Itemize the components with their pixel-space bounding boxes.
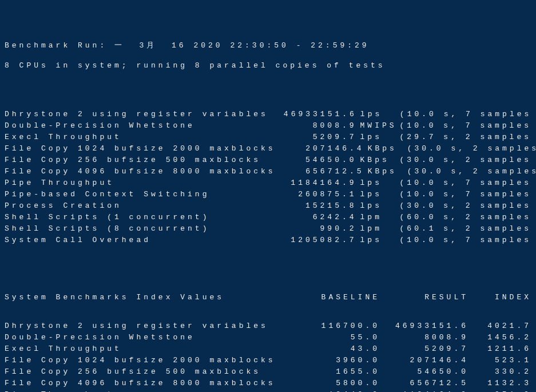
test-unit: lps bbox=[357, 189, 400, 200]
test-row: Double-Precision Whetstone8008.9MWIPS(10… bbox=[5, 120, 531, 132]
test-value: 990.2 bbox=[268, 223, 357, 235]
index-row: Dhrystone 2 using register variables1167… bbox=[5, 320, 531, 332]
index-test-name: Execl Throughput bbox=[5, 343, 122, 355]
test-name: File Copy 256 bufsize 500 maxblocks bbox=[5, 155, 261, 166]
index-baseline: 12440.0 bbox=[311, 389, 380, 392]
test-duration: (29.7 s, 2 samples bbox=[400, 132, 531, 143]
index-row: Execl Throughput43.05209.71211.6 bbox=[5, 343, 531, 355]
index-header-title: System Benchmarks Index Values bbox=[5, 292, 224, 303]
test-row: Dhrystone 2 using register variables4693… bbox=[5, 109, 531, 120]
test-results-section: Dhrystone 2 using register variables4693… bbox=[5, 109, 531, 246]
index-value: 4021.7 bbox=[468, 320, 531, 332]
test-duration: (60.0 s, 2 samples bbox=[400, 212, 531, 223]
index-header-baseline: BASELINE bbox=[311, 292, 380, 303]
test-unit: lpm bbox=[357, 212, 400, 223]
test-duration: (10.0 s, 7 samples bbox=[400, 177, 531, 189]
index-value: 523.1 bbox=[468, 355, 531, 366]
test-value: 54650.0 bbox=[268, 155, 357, 166]
index-result: 8008.9 bbox=[380, 332, 468, 343]
index-result: 207146.4 bbox=[380, 355, 468, 366]
cpu-info-header: 8 CPUs in system; running 8 parallel cop… bbox=[5, 60, 531, 72]
test-duration: (10.0 s, 7 samples bbox=[400, 109, 531, 120]
index-value: 330.2 bbox=[468, 366, 531, 378]
index-value: 1132.3 bbox=[468, 378, 531, 389]
test-name: File Copy 1024 bufsize 2000 maxblocks bbox=[5, 143, 276, 155]
index-result: 46933151.6 bbox=[380, 320, 468, 332]
test-name: Execl Throughput bbox=[5, 132, 122, 143]
index-test-name: Double-Precision Whetstone bbox=[5, 332, 195, 343]
index-header-row: System Benchmarks Index Values BASELINE … bbox=[5, 292, 531, 303]
benchmark-run-header: Benchmark Run: 一 3月 16 2020 22:30:50 - 2… bbox=[5, 40, 531, 52]
test-value: 260875.1 bbox=[268, 189, 357, 200]
test-value: 6242.4 bbox=[268, 212, 357, 223]
test-duration: (30.0 s, 2 samples bbox=[400, 200, 531, 212]
index-row: Pipe Throughput12440.01184164.9951.9 bbox=[5, 389, 531, 392]
test-value: 5209.7 bbox=[268, 132, 357, 143]
test-name: Dhrystone 2 using register variables bbox=[5, 109, 268, 120]
test-value: 207146.4 bbox=[276, 143, 364, 155]
test-value: 46933151.6 bbox=[268, 109, 357, 120]
test-duration: (30.0 s, 2 samples bbox=[407, 166, 536, 177]
index-test-name: Dhrystone 2 using register variables bbox=[5, 320, 268, 332]
test-unit: lps bbox=[357, 235, 400, 246]
test-unit: lps bbox=[357, 132, 400, 143]
index-test-name: File Copy 256 bufsize 500 maxblocks bbox=[5, 366, 261, 378]
blank-line bbox=[5, 263, 531, 275]
index-value: 951.9 bbox=[468, 389, 531, 392]
test-value: 1184164.9 bbox=[268, 177, 357, 189]
test-unit: KBps bbox=[364, 143, 407, 155]
test-duration: (30.0 s, 2 samples bbox=[407, 143, 536, 155]
test-unit: lpm bbox=[357, 223, 400, 235]
test-unit: KBps bbox=[357, 155, 400, 166]
test-duration: (10.0 s, 7 samples bbox=[400, 189, 531, 200]
index-result: 54650.0 bbox=[380, 366, 468, 378]
test-duration: (60.1 s, 2 samples bbox=[400, 223, 531, 235]
test-row: Pipe Throughput1184164.9lps(10.0 s, 7 sa… bbox=[5, 177, 531, 189]
test-row: File Copy 1024 bufsize 2000 maxblocks207… bbox=[5, 143, 531, 155]
index-test-name: Pipe Throughput bbox=[5, 389, 114, 392]
index-baseline: 1655.0 bbox=[311, 366, 380, 378]
index-row: File Copy 1024 bufsize 2000 maxblocks396… bbox=[5, 355, 531, 366]
test-value: 1205082.7 bbox=[268, 235, 357, 246]
index-result: 5209.7 bbox=[380, 343, 468, 355]
blank-line bbox=[5, 80, 531, 92]
test-row: Shell Scripts (8 concurrent)990.2lpm(60.… bbox=[5, 223, 531, 235]
test-value: 15215.8 bbox=[268, 200, 357, 212]
index-value: 1456.2 bbox=[468, 332, 531, 343]
test-row: File Copy 4096 bufsize 8000 maxblocks656… bbox=[5, 166, 531, 177]
test-value: 8008.9 bbox=[268, 120, 357, 132]
index-baseline: 55.0 bbox=[311, 332, 380, 343]
index-row: File Copy 256 bufsize 500 maxblocks1655.… bbox=[5, 366, 531, 378]
test-name: Shell Scripts (1 concurrent) bbox=[5, 212, 209, 223]
index-result: 1184164.9 bbox=[380, 389, 468, 392]
test-unit: lps bbox=[357, 109, 400, 120]
test-row: Pipe-based Context Switching260875.1lps(… bbox=[5, 189, 531, 200]
index-row: File Copy 4096 bufsize 8000 maxblocks580… bbox=[5, 378, 531, 389]
index-value: 1211.6 bbox=[468, 343, 531, 355]
test-unit: KBps bbox=[364, 166, 407, 177]
test-name: File Copy 4096 bufsize 8000 maxblocks bbox=[5, 166, 276, 177]
index-header-index: INDEX bbox=[468, 292, 531, 303]
test-duration: (30.0 s, 2 samples bbox=[400, 155, 531, 166]
test-name: Shell Scripts (8 concurrent) bbox=[5, 223, 209, 235]
index-test-name: File Copy 4096 bufsize 8000 maxblocks bbox=[5, 378, 276, 389]
test-row: File Copy 256 bufsize 500 maxblocks54650… bbox=[5, 155, 531, 166]
index-baseline: 5800.0 bbox=[311, 378, 380, 389]
test-unit: MWIPS bbox=[357, 120, 400, 132]
test-row: System Call Overhead1205082.7lps(10.0 s,… bbox=[5, 235, 531, 246]
test-value: 656712.5 bbox=[276, 166, 364, 177]
test-name: Pipe-based Context Switching bbox=[5, 189, 209, 200]
test-row: Execl Throughput5209.7lps(29.7 s, 2 samp… bbox=[5, 132, 531, 143]
test-name: System Call Overhead bbox=[5, 235, 151, 246]
index-baseline: 3960.0 bbox=[311, 355, 380, 366]
test-row: Shell Scripts (1 concurrent)6242.4lpm(60… bbox=[5, 212, 531, 223]
test-row: Process Creation15215.8lps(30.0 s, 2 sam… bbox=[5, 200, 531, 212]
index-test-name: File Copy 1024 bufsize 2000 maxblocks bbox=[5, 355, 276, 366]
test-name: Pipe Throughput bbox=[5, 177, 114, 189]
test-unit: lps bbox=[357, 177, 400, 189]
test-unit: lps bbox=[357, 200, 400, 212]
test-duration: (10.0 s, 7 samples bbox=[400, 120, 531, 132]
index-baseline: 116700.0 bbox=[311, 320, 380, 332]
index-baseline: 43.0 bbox=[311, 343, 380, 355]
index-result: 656712.5 bbox=[380, 378, 468, 389]
